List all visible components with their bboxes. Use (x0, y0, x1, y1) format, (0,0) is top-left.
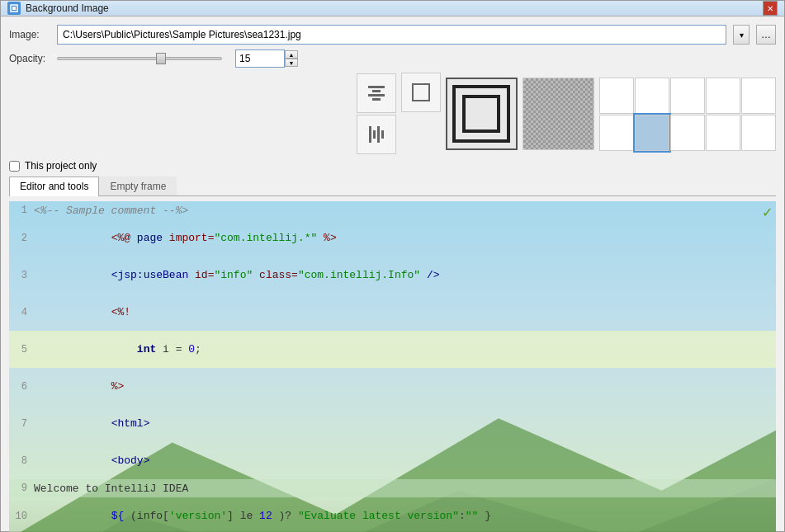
align-center-h-button[interactable] (357, 73, 396, 113)
line-number: 7 (11, 418, 34, 430)
image-row: Image: ▾ … (9, 25, 776, 45)
table-row: 1 <%-- Sample comment --%> (9, 201, 776, 219)
center-square-button[interactable] (401, 73, 441, 112)
svg-rect-4 (368, 94, 385, 97)
svg-rect-10 (413, 84, 429, 101)
code-line-content: <%-- Sample comment --%> (34, 205, 774, 217)
code-editor[interactable]: 1 <%-- Sample comment --%> 2 <%@ page im… (9, 201, 776, 532)
thumb-5[interactable] (741, 78, 776, 114)
code-line-content: ${ (info['version'] le 12 )? "Evaluate l… (34, 497, 774, 532)
code-line-content: <body> (34, 442, 774, 479)
thumb-2[interactable] (635, 78, 669, 114)
opacity-label: Opacity: (9, 53, 50, 64)
code-line-content: %> (34, 368, 774, 405)
svg-rect-11 (454, 87, 508, 141)
thumb-8[interactable] (670, 115, 705, 151)
line-number: 1 (11, 205, 34, 216)
window-icon (7, 2, 21, 15)
title-bar-text: Background Image (26, 2, 109, 14)
svg-rect-1 (12, 7, 16, 10)
title-bar-left: Background Image (7, 2, 109, 15)
image-dropdown-button[interactable]: ▾ (733, 25, 750, 45)
table-row: 9 Welcome to IntelliJ IDEA (9, 479, 776, 497)
line-number: 2 (11, 233, 34, 244)
code-line-content: <html> (34, 405, 774, 442)
table-row: 5 int i = 0; (9, 331, 776, 368)
image-label: Image: (9, 29, 50, 40)
code-line-content: <%@ page import="com.intellij.*" %> (34, 219, 774, 257)
code-line-content: <jsp:useBean id="info" class="com.intell… (34, 257, 774, 294)
svg-rect-6 (369, 126, 371, 143)
thumb-4[interactable] (706, 78, 740, 114)
checkbox-row: This project only (9, 160, 776, 172)
thumb-7[interactable] (635, 115, 669, 151)
line-number: 3 (11, 270, 34, 281)
tile-pattern-large (523, 78, 594, 150)
table-row: 10 ${ (info['version'] le 12 )? "Evaluat… (9, 497, 776, 532)
svg-rect-2 (368, 86, 385, 88)
image-more-button[interactable]: … (756, 25, 776, 45)
thumb-9[interactable] (706, 115, 740, 151)
square-preview-large (446, 78, 518, 150)
thumb-1[interactable] (599, 78, 634, 114)
svg-rect-12 (464, 97, 499, 131)
table-row: 3 <jsp:useBean id="info" class="com.inte… (9, 257, 776, 294)
opacity-slider-track[interactable] (57, 57, 222, 60)
dialog-content: Image: ▾ … Opacity: 15 ▲ ▼ (1, 16, 784, 532)
table-row: 8 <body> (9, 442, 776, 479)
opacity-slider-thumb[interactable] (156, 53, 166, 64)
thumb-6[interactable] (599, 115, 634, 151)
table-row: 6 %> (9, 368, 776, 405)
line-number: 5 (11, 344, 34, 355)
opacity-spin-down[interactable]: ▼ (285, 59, 298, 67)
table-row: 4 <%! (9, 294, 776, 331)
line-number: 6 (11, 381, 34, 393)
thumbnail-grid (599, 78, 776, 151)
tab-empty-frame[interactable]: Empty frame (99, 177, 177, 195)
preview-area (9, 73, 776, 155)
check-icon: ✓ (762, 205, 773, 220)
code-editor-area: ✓ 1 <%-- Sample comment --%> 2 <%@ page … (9, 201, 776, 532)
svg-rect-5 (372, 98, 381, 101)
line-number: 9 (11, 483, 34, 494)
svg-rect-7 (373, 130, 376, 139)
tab-editor-tools[interactable]: Editor and tools (9, 177, 99, 196)
project-only-checkbox[interactable] (9, 161, 20, 172)
line-number: 8 (11, 455, 34, 467)
opacity-number: 15 (239, 53, 250, 64)
line-number: 10 (11, 511, 34, 522)
title-bar: Background Image ✕ (1, 1, 784, 16)
image-path-input[interactable] (57, 25, 726, 45)
code-line-content: Welcome to IntelliJ IDEA (34, 483, 774, 495)
align-icons (357, 73, 396, 154)
line-number: 4 (11, 307, 34, 318)
opacity-spin-up[interactable]: ▲ (285, 50, 298, 59)
project-only-label[interactable]: This project only (25, 160, 97, 172)
code-line-content: <%! (34, 294, 774, 331)
svg-rect-9 (381, 130, 384, 139)
tabs: Editor and tools Empty frame (9, 177, 776, 196)
svg-rect-8 (377, 126, 380, 143)
svg-rect-3 (372, 90, 381, 92)
table-row: 2 <%@ page import="com.intellij.*" %> (9, 219, 776, 257)
opacity-row: Opacity: 15 ▲ ▼ (9, 49, 776, 68)
thumb-10[interactable] (741, 115, 776, 151)
align-center-v-button[interactable] (357, 115, 396, 154)
code-line-content: int i = 0; (34, 331, 774, 368)
close-button[interactable]: ✕ (763, 1, 778, 16)
background-image-dialog: Background Image ✕ Image: ▾ … Opacity: 1… (0, 0, 785, 532)
table-row: 7 <html> (9, 405, 776, 442)
opacity-value: 15 (235, 49, 285, 68)
thumb-3[interactable] (670, 78, 705, 114)
opacity-spinners: ▲ ▼ (285, 50, 298, 67)
